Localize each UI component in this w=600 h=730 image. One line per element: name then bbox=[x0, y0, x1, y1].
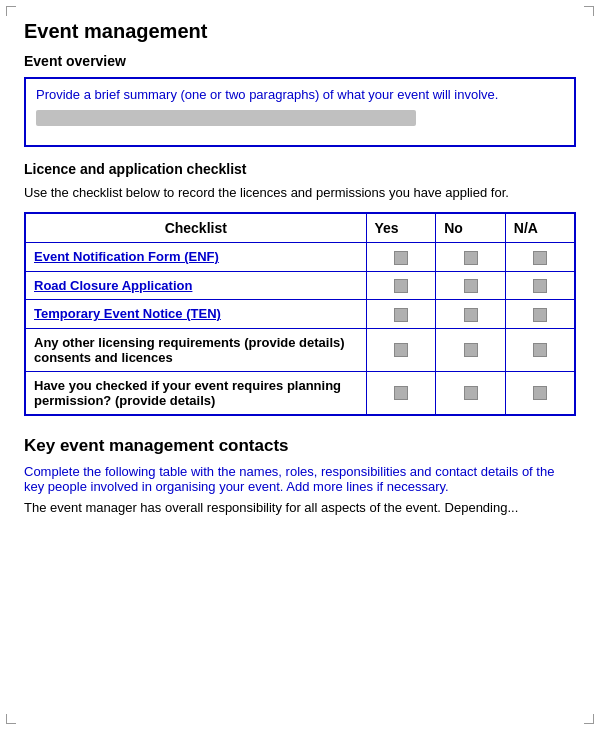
scrollbar-placeholder bbox=[36, 110, 416, 126]
corner-tl bbox=[6, 6, 16, 16]
checkbox-no[interactable] bbox=[436, 271, 506, 300]
col-header-yes: Yes bbox=[366, 213, 436, 243]
checkbox-na-square[interactable] bbox=[533, 386, 547, 400]
corner-tr bbox=[584, 6, 594, 16]
contacts-note: The event manager has overall responsibi… bbox=[24, 500, 576, 515]
checkbox-yes[interactable] bbox=[366, 371, 436, 415]
checkbox-yes-square[interactable] bbox=[394, 279, 408, 293]
table-row: Have you checked if your event requires … bbox=[25, 371, 575, 415]
event-overview-hint: Provide a brief summary (one or two para… bbox=[36, 87, 564, 102]
contacts-heading: Key event management contacts bbox=[24, 436, 576, 456]
table-row: Temporary Event Notice (TEN) bbox=[25, 300, 575, 329]
checklist-item-label[interactable]: Road Closure Application bbox=[25, 271, 366, 300]
corner-bl bbox=[6, 714, 16, 724]
licence-checklist-heading: Licence and application checklist bbox=[24, 161, 576, 177]
checkbox-no[interactable] bbox=[436, 328, 506, 371]
licence-checklist-desc: Use the checklist below to record the li… bbox=[24, 185, 576, 200]
page-title: Event management bbox=[24, 20, 576, 43]
checkbox-na-square[interactable] bbox=[533, 343, 547, 357]
corner-br bbox=[584, 714, 594, 724]
checkbox-yes[interactable] bbox=[366, 300, 436, 329]
contacts-desc: Complete the following table with the na… bbox=[24, 464, 576, 494]
checkbox-na[interactable] bbox=[505, 371, 575, 415]
event-overview-heading: Event overview bbox=[24, 53, 576, 69]
event-overview-box[interactable]: Provide a brief summary (one or two para… bbox=[24, 77, 576, 147]
checkbox-yes[interactable] bbox=[366, 243, 436, 272]
checklist-item-label: Any other licensing requirements (provid… bbox=[25, 328, 366, 371]
checkbox-yes-square[interactable] bbox=[394, 251, 408, 265]
checklist-item-link[interactable]: Road Closure Application bbox=[34, 278, 192, 293]
col-header-no: No bbox=[436, 213, 506, 243]
checklist-table: Checklist Yes No N/A Event Notification … bbox=[24, 212, 576, 416]
checkbox-yes[interactable] bbox=[366, 328, 436, 371]
checklist-item-label[interactable]: Event Notification Form (ENF) bbox=[25, 243, 366, 272]
checkbox-yes[interactable] bbox=[366, 271, 436, 300]
checkbox-no-square[interactable] bbox=[464, 386, 478, 400]
checkbox-na[interactable] bbox=[505, 271, 575, 300]
checklist-item-link[interactable]: Event Notification Form (ENF) bbox=[34, 249, 219, 264]
checkbox-no[interactable] bbox=[436, 300, 506, 329]
col-header-checklist: Checklist bbox=[25, 213, 366, 243]
checklist-item-link[interactable]: Temporary Event Notice (TEN) bbox=[34, 306, 221, 321]
checkbox-yes-square[interactable] bbox=[394, 343, 408, 357]
checkbox-no[interactable] bbox=[436, 371, 506, 415]
checkbox-na[interactable] bbox=[505, 328, 575, 371]
checklist-item-label: Have you checked if your event requires … bbox=[25, 371, 366, 415]
checkbox-na-square[interactable] bbox=[533, 308, 547, 322]
col-header-na: N/A bbox=[505, 213, 575, 243]
checkbox-no-square[interactable] bbox=[464, 251, 478, 265]
checkbox-na[interactable] bbox=[505, 300, 575, 329]
table-row: Road Closure Application bbox=[25, 271, 575, 300]
checkbox-no[interactable] bbox=[436, 243, 506, 272]
checkbox-na-square[interactable] bbox=[533, 251, 547, 265]
checkbox-no-square[interactable] bbox=[464, 308, 478, 322]
table-row: Any other licensing requirements (provid… bbox=[25, 328, 575, 371]
checkbox-no-square[interactable] bbox=[464, 279, 478, 293]
checkbox-yes-square[interactable] bbox=[394, 386, 408, 400]
checkbox-na[interactable] bbox=[505, 243, 575, 272]
checklist-item-label[interactable]: Temporary Event Notice (TEN) bbox=[25, 300, 366, 329]
checkbox-na-square[interactable] bbox=[533, 279, 547, 293]
checkbox-yes-square[interactable] bbox=[394, 308, 408, 322]
checkbox-no-square[interactable] bbox=[464, 343, 478, 357]
licence-section: Licence and application checklist Use th… bbox=[24, 161, 576, 416]
table-row: Event Notification Form (ENF) bbox=[25, 243, 575, 272]
